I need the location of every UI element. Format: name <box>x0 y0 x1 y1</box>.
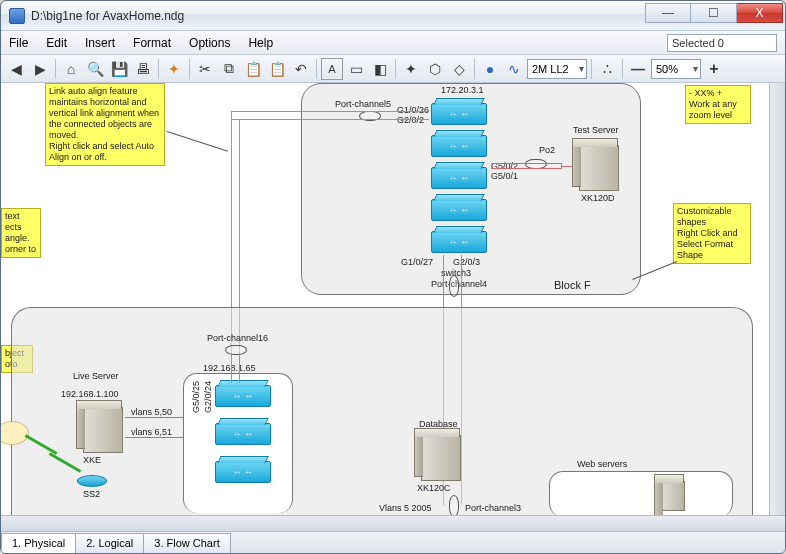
zoom-combo[interactable]: 50%▾ <box>651 59 701 79</box>
diagram-canvas[interactable]: Link auto align feature maintains horizo… <box>1 83 769 515</box>
menu-format[interactable]: Format <box>133 36 171 50</box>
save-button[interactable]: 💾 <box>108 58 130 80</box>
undo-button[interactable]: ↶ <box>290 58 312 80</box>
horizontal-scrollbar[interactable] <box>1 515 785 531</box>
lbl-vlanx: Vlans 5 2005 <box>379 503 432 513</box>
snap1-button[interactable]: ✦ <box>400 58 422 80</box>
lbl-v651: vlans 6,51 <box>131 427 172 437</box>
redlink2 <box>125 437 183 438</box>
switch-bf-1[interactable]: ↔ ↔ <box>431 103 487 125</box>
lens-pc4 <box>449 275 459 297</box>
link-po2-bot <box>491 168 561 169</box>
close-button[interactable]: X <box>737 3 783 23</box>
script-button[interactable]: ✦ <box>163 58 185 80</box>
lbl-xke: XKE <box>83 455 101 465</box>
switch65-1[interactable]: ↔ ↔ <box>215 385 271 407</box>
note-zoom[interactable]: - XX% + Work at any zoom level <box>685 85 751 124</box>
lbl-g1027: G1/0/27 <box>401 257 433 267</box>
menu-edit[interactable]: Edit <box>46 36 67 50</box>
lbl-xk120c: XK120C <box>417 483 451 493</box>
lbl-v550: vlans 5,50 <box>131 407 172 417</box>
switch65-2[interactable]: ↔ ↔ <box>215 423 271 445</box>
note-autoalign[interactable]: Link auto align feature maintains horizo… <box>45 83 165 166</box>
zoom-out-button[interactable]: — <box>627 58 649 80</box>
pc16-v2 <box>239 353 240 383</box>
switch-bf-4[interactable]: ↔ ↔ <box>431 199 487 221</box>
globe-button[interactable]: ● <box>479 58 501 80</box>
lbl-ip65: 192.168.1.65 <box>203 363 256 373</box>
server-xk120d[interactable] <box>579 145 619 191</box>
link-po2-top <box>491 163 561 164</box>
server-xk120c[interactable] <box>421 435 461 481</box>
lbl-ws: Web servers <box>577 459 627 469</box>
server-web1[interactable] <box>661 481 685 511</box>
window-title: D:\big1ne for AvaxHome.ndg <box>31 9 645 23</box>
lbl-ls: Live Server <box>73 371 119 381</box>
snap2-button[interactable]: ⬡ <box>424 58 446 80</box>
tab-physical[interactable]: 1. Physical <box>1 533 76 553</box>
home-button[interactable]: ⌂ <box>60 58 82 80</box>
app-icon <box>9 8 25 24</box>
menu-options[interactable]: Options <box>189 36 230 50</box>
lbl-pc4: Port-channel4 <box>431 279 487 289</box>
vertical-scrollbar[interactable] <box>769 83 785 515</box>
menu-file[interactable]: File <box>9 36 28 50</box>
nav-back-button[interactable]: ◀ <box>5 58 27 80</box>
router-ss2[interactable] <box>77 475 107 487</box>
cut-button[interactable]: ✂ <box>194 58 216 80</box>
dots-button[interactable]: ∴ <box>596 58 618 80</box>
snap3-button[interactable]: ◇ <box>448 58 470 80</box>
switch-bf-2[interactable]: ↔ ↔ <box>431 135 487 157</box>
lbl-g1026: G1/0/26 <box>397 105 429 115</box>
menu-insert[interactable]: Insert <box>85 36 115 50</box>
switch65-3[interactable]: ↔ ↔ <box>215 461 271 483</box>
rect-tool-button[interactable]: ▭ <box>345 58 367 80</box>
lbl-pc3: Port-channel3 <box>465 503 521 513</box>
lbl-g501: G5/0/1 <box>491 171 518 181</box>
redlink1 <box>125 417 183 418</box>
lens-pc16 <box>225 345 247 355</box>
block-f-ip: 172.20.3.1 <box>441 85 484 95</box>
lbl-g203: G2/0/3 <box>453 257 480 267</box>
layer-combo[interactable]: 2M LL2▾ <box>527 59 587 79</box>
lbl-pc16: Port-channel16 <box>207 333 268 343</box>
lbl-ip100: 192.168.1.100 <box>61 389 119 399</box>
lens-pc3 <box>449 495 459 515</box>
lbl-pc5: Port-channel5 <box>335 99 391 109</box>
pc5-h1 <box>231 111 429 112</box>
block-f-label: Block F <box>554 279 591 291</box>
maximize-button[interactable]: ☐ <box>691 3 737 23</box>
tab-logical[interactable]: 2. Logical <box>75 533 144 553</box>
zoom-in-button[interactable]: + <box>703 58 725 80</box>
lbl-g202: G2/0/2 <box>397 115 424 125</box>
lbl-ts: Test Server <box>573 125 619 135</box>
minimize-button[interactable]: — <box>645 3 691 23</box>
switch-bf-5[interactable]: ↔ ↔ <box>431 231 487 253</box>
paste2-button[interactable]: 📋 <box>266 58 288 80</box>
server-xke[interactable] <box>83 407 123 453</box>
pc5-h2 <box>231 119 429 120</box>
color-shape-button[interactable]: ◧ <box>369 58 391 80</box>
selection-status: Selected 0 <box>667 34 777 52</box>
find-button[interactable]: 🔍 <box>84 58 106 80</box>
note-shapes[interactable]: Customizable shapes Right Click and Sele… <box>673 203 751 264</box>
print-button[interactable]: 🖶 <box>132 58 154 80</box>
menu-help[interactable]: Help <box>248 36 273 50</box>
pc16-v1 <box>231 353 232 383</box>
lbl-ss2: SS2 <box>83 489 100 499</box>
group-webservers[interactable] <box>549 471 733 515</box>
tab-flowchart[interactable]: 3. Flow Chart <box>143 533 230 553</box>
lbl-xk120d: XK120D <box>581 193 615 203</box>
nav-forward-button[interactable]: ▶ <box>29 58 51 80</box>
text-format-button[interactable]: A <box>321 58 343 80</box>
paste-button[interactable]: 📋 <box>242 58 264 80</box>
lbl-g5025: G5/0/25 <box>191 381 201 413</box>
lbl-g2024: G2/0/24 <box>203 381 213 413</box>
lbl-po2: Po2 <box>539 145 555 155</box>
path-button[interactable]: ∿ <box>503 58 525 80</box>
copy-button[interactable]: ⧉ <box>218 58 240 80</box>
note-textobj[interactable]: text ects angle. orner to <box>1 208 41 258</box>
arrow-autoalign <box>167 131 228 152</box>
switch-bf-3[interactable]: ↔ ↔ <box>431 167 487 189</box>
